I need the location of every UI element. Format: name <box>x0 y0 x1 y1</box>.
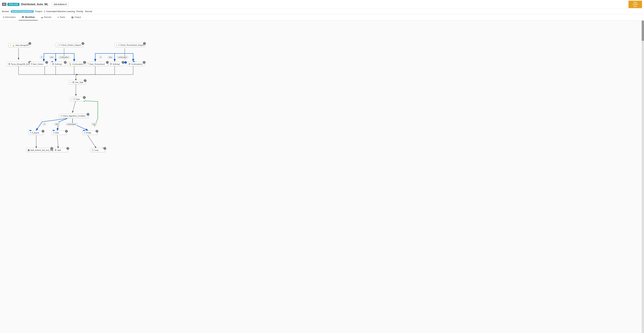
node-count: 1 <box>65 130 68 133</box>
node-label: If_Bayes <box>32 132 39 134</box>
workflow-canvas: ✔ 🍃 Start_MongoDB 1 ✔ Λ Check_Visdom_Sup… <box>0 21 304 324</box>
condition-continuation-2: continuation <box>117 56 128 59</box>
gear-icon: ⚙ <box>72 81 74 84</box>
dropdown-arrow-icon: ▾ <box>66 3 66 6</box>
condition-else-3: else <box>54 123 60 126</box>
node-check-tensorboard[interactable]: ✔ Λ Check_Tensorboard_Support 1 <box>115 43 145 47</box>
node-start-mongodb[interactable]: ✔ 🍃 Start_MongoDB 1 <box>8 43 30 47</box>
node-loop[interactable]: ☐ Loop 1 <box>90 148 105 152</box>
node-label: Continuation2 <box>131 63 142 65</box>
node-continuation2[interactable]: ⚙ Continuation2 1 <box>127 62 145 66</box>
header: 96 STALLED Distributed_Auto_ML Job Actio… <box>0 0 644 9</box>
bucket-label: Bucket: <box>2 10 9 13</box>
node-count: 1 <box>45 61 48 64</box>
condition-continuation-3: continuation <box>66 123 77 126</box>
node-label: Start <box>76 98 80 100</box>
node-label: Else <box>55 132 59 134</box>
tab-results-label: Results <box>44 16 51 18</box>
condition-if-2: if <box>99 56 102 59</box>
gear-icon: ⚙ <box>110 63 112 65</box>
node-count: 1 <box>50 147 53 150</box>
tab-results[interactable]: ☁ Results <box>38 14 54 21</box>
node-count: 1 <box>83 61 86 64</box>
company-logo: YourLOGOhere <box>628 1 642 8</box>
gear-icon: ⚙ <box>128 63 130 65</box>
info-icon: ℹ <box>3 16 4 19</box>
check-icon: ✔ <box>10 44 11 46</box>
vertical-scrollbar[interactable] <box>642 21 644 333</box>
priority-value: Normal <box>85 10 92 13</box>
gear-icon: ⚙ <box>54 149 57 151</box>
condition-if-3: if <box>43 123 46 126</box>
tab-workflow[interactable]: 👁 Workflow <box>19 14 38 21</box>
node-label: Start_Visdom <box>32 63 44 65</box>
job-id-badge: 96 <box>2 3 6 6</box>
tab-tasks[interactable]: ≡ Tasks <box>54 14 68 21</box>
workflow-canvas-container[interactable]: ✔ 🍃 Start_MongoDB 1 ✔ Λ Check_Visdom_Sup… <box>0 21 644 333</box>
node-split-submit[interactable]: ▦ Split_Submit_Job_and_Wait 1 <box>26 148 52 152</box>
node-label: Nothing1 <box>55 63 62 65</box>
node-label: Loop <box>94 149 98 151</box>
priority-label: Priority: <box>76 10 84 13</box>
check-icon: ✔ <box>70 81 72 83</box>
node-label: Start_MongoDB <box>15 44 28 46</box>
job-actions-button[interactable]: Job Actions ▾ <box>52 2 68 7</box>
gear-icon: ⚙ <box>8 63 10 65</box>
lambda-icon: Λ <box>59 44 60 46</box>
node-nothing1[interactable]: ⚙ Nothing1 1 <box>50 62 66 66</box>
tab-output[interactable]: ▦ Output <box>68 14 84 21</box>
tab-information[interactable]: ℹ Information <box>0 14 19 21</box>
project-label: Project: <box>35 10 43 13</box>
eye-icon: 👁 <box>22 16 24 19</box>
node-start-tensorboard[interactable]: T Start_Tensorboard 1 <box>86 62 108 66</box>
tensorboard-icon: T <box>88 63 89 65</box>
tabs: ℹ Information 👁 Workflow ☁ Results ≡ Tas… <box>0 14 644 21</box>
node-count: 1 <box>87 113 89 116</box>
node-split[interactable]: ⚙ Split 1 <box>53 148 68 152</box>
node-parse-mongodb[interactable]: ⚙ Parse_MongoDB_Endpoint 1 <box>7 62 30 66</box>
node-finally[interactable]: Λ Finally 1 <box>82 131 98 135</box>
lambda-icon: Λ <box>118 44 120 46</box>
svg-line-6 <box>57 135 58 148</box>
lambda-icon: Λ <box>60 115 62 117</box>
node-count: 1 <box>104 147 106 150</box>
mongodb-icon: 🍃 <box>12 44 15 46</box>
grid-icon: ▦ <box>71 16 74 19</box>
node-count: 1 <box>122 61 124 64</box>
node-start[interactable]: ✔ ☐ Start 1 <box>70 97 85 101</box>
scrollbar-thumb[interactable] <box>642 21 644 41</box>
node-label: Split_Submit_Job_and_Wait <box>30 149 54 151</box>
node-check-visdom[interactable]: ✔ Λ Check_Visdom_Support 1 <box>56 43 84 47</box>
job-actions-label: Job Actions <box>54 3 65 6</box>
node-count: 1 <box>66 147 69 150</box>
lambda-icon: Λ <box>53 132 54 134</box>
status-badge: STALLED <box>8 3 19 6</box>
node-nothing2[interactable]: ⚙ Nothing2 1 <box>108 62 124 66</box>
condition-continuation-1: continuation <box>59 56 70 59</box>
node-start-visdom[interactable]: f Start_Visdom 1 <box>30 62 47 66</box>
node-count: 1 <box>82 42 84 45</box>
python-icon: 🐍 <box>69 63 72 65</box>
lambda-icon: Λ <box>30 132 31 134</box>
svg-line-7 <box>88 135 96 148</box>
node-count: 1 <box>42 130 44 133</box>
tab-information-label: Information <box>5 16 16 18</box>
svg-line-4 <box>72 100 76 113</box>
tab-workflow-label: Workflow <box>25 16 35 18</box>
node-label: Check_Tensorboard_Support <box>120 44 144 46</box>
node-continuation1[interactable]: 🐍 Continuation1 1 <box>68 62 85 66</box>
project-value: 1. Automated Machine Learning <box>44 10 75 13</box>
node-label: Check_Visdom_Support <box>61 44 81 46</box>
node-else[interactable]: Λ Else 1 <box>52 131 67 135</box>
check-icon: ✔ <box>57 44 58 46</box>
node-if-bayes[interactable]: Λ If_Bayes 1 <box>28 131 44 135</box>
condition-else-1: else <box>49 56 54 59</box>
node-check-algorithm[interactable]: Λ Check_Algorithm_Condition 1 <box>59 114 88 118</box>
condition-loop: loop <box>92 123 97 126</box>
node-label: Join_Task <box>75 81 83 83</box>
loop-icon: ☐ <box>92 149 94 151</box>
lambda-icon: Λ <box>84 132 85 134</box>
check-icon: ✔ <box>116 44 118 46</box>
node-join-task[interactable]: ✔ ⚙ Join_Task 1 <box>69 80 86 84</box>
cloud-icon: ☁ <box>41 16 43 19</box>
